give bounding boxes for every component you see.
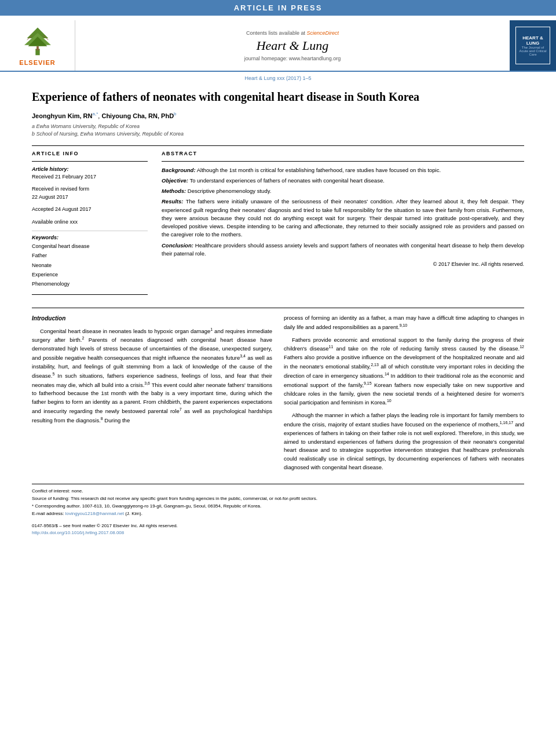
svg-rect-1	[36, 46, 39, 50]
conclusion-label: Conclusion:	[162, 242, 193, 249]
homepage-url[interactable]: www.heartandlung.org	[289, 56, 341, 61]
affiliation-a: a Ewha Womans University, Republic of Ko…	[32, 123, 524, 131]
author-2: Chiyoung Cha, RN, PhD	[101, 112, 174, 119]
citation-line: Heart & Lung xxx (2017) 1–5	[0, 72, 556, 83]
journal-header: ELSEVIER Contents lists available at Sci…	[0, 16, 556, 72]
sciencedirect-link[interactable]: ScienceDirect	[307, 30, 339, 36]
article-in-press-banner: ARTICLE IN PRESS	[0, 0, 556, 16]
cover-title: HEART & LUNG	[518, 35, 547, 46]
keyword-4: Experience	[32, 270, 148, 279]
divider-top	[32, 145, 524, 146]
footnote-conflict: Conflict of interest: none.	[32, 488, 524, 495]
results-label: Results:	[162, 198, 183, 204]
journal-cover-image: HEART & LUNG The Journal of Acute and Cr…	[510, 20, 556, 71]
intro-para-4: Although the manner in which a father pl…	[284, 411, 524, 472]
body-col-right: process of forming an identity as a fath…	[284, 314, 524, 476]
methods-label: Methods:	[162, 188, 186, 194]
accepted-date: Accepted 24 August 2017	[32, 206, 148, 214]
body-section: Introduction Congenital heart disease in…	[32, 314, 524, 476]
abstract-column: ABSTRACT Background: Although the 1st mo…	[162, 151, 524, 300]
main-content: Experience of fathers of neonates with c…	[0, 83, 556, 543]
background-label: Background:	[162, 167, 196, 173]
elsevier-tree-icon	[14, 25, 61, 57]
author-1: Jeonghyun Kim, RN	[32, 112, 93, 119]
intro-para-3: Fathers provide economic and emotional s…	[284, 336, 524, 408]
affiliations: a Ewha Womans University, Republic of Ko…	[32, 123, 524, 138]
info-divider-mid	[32, 231, 148, 231]
journal-title: Heart & Lung	[257, 38, 329, 53]
received-date: Received 21 February 2017	[32, 173, 148, 181]
background-text: Although the 1st month is critical for e…	[197, 167, 441, 173]
journal-center: Contents lists available at ScienceDirec…	[75, 20, 510, 71]
article-info-heading: ARTICLE INFO	[32, 151, 148, 156]
body-col-left: Introduction Congenital heart disease in…	[32, 314, 272, 476]
footnote-doi[interactable]: http://dx.doi.org/10.1016/j.hrtlng.2017.…	[32, 529, 524, 537]
sciencedirect-label: Contents lists available at ScienceDirec…	[246, 30, 339, 36]
article-info-abstract-section: ARTICLE INFO Article history: Received 2…	[32, 151, 524, 300]
abstract-divider-top	[162, 161, 524, 162]
copyright-line: © 2017 Elsevier Inc. All rights reserved…	[162, 261, 524, 267]
methods-text: Descriptive phenomenology study.	[188, 188, 272, 194]
introduction-heading: Introduction	[32, 314, 272, 323]
authors-line: Jeonghyun Kim, RNa,*, Chiyoung Cha, RN, …	[32, 111, 524, 119]
footnote-funding: Source of funding: This research did not…	[32, 495, 524, 503]
footnote-email: E-mail address: lovingyou1218@hanmail.ne…	[32, 510, 524, 518]
elsevier-brand-text: ELSEVIER	[19, 59, 55, 66]
keywords-list: Congenital heart disease Father Neonate …	[32, 242, 148, 288]
info-divider-top	[32, 161, 148, 162]
intro-para-1: Congenital heart disease in neonates lea…	[32, 327, 272, 425]
cover-subtitle: The Journal of Acute and Critical Care	[518, 46, 547, 56]
objective-label: Objective:	[162, 177, 188, 184]
elsevier-logo: ELSEVIER	[0, 20, 75, 71]
intro-para-2: process of forming an identity as a fath…	[284, 314, 524, 332]
history-label: Article history:	[32, 166, 148, 172]
keyword-2: Father	[32, 251, 148, 260]
abstract-text: Background: Although the 1st month is cr…	[162, 166, 524, 258]
keyword-5: Phenomenology	[32, 279, 148, 288]
article-title: Experience of fathers of neonates with c…	[32, 89, 524, 104]
abstract-heading: ABSTRACT	[162, 151, 524, 156]
footnote-issn: 0147-9563/$ – see front matter © 2017 El…	[32, 523, 524, 530]
keyword-1: Congenital heart disease	[32, 242, 148, 251]
footnote-corresponding: * Corresponding author. 1007-613, 10, Gw…	[32, 503, 524, 510]
conclusion-text: Healthcare providers should assess anxie…	[162, 242, 524, 257]
footnote-email-address[interactable]: lovingyou1218@hanmail.net	[65, 511, 124, 516]
footnotes-section: Conflict of interest: none. Source of fu…	[32, 484, 524, 537]
journal-homepage: journal homepage: www.heartandlung.org	[244, 56, 341, 61]
available-online: Available online xxx	[32, 218, 148, 227]
results-text: The fathers were initially unaware of th…	[162, 198, 524, 238]
body-divider	[32, 308, 524, 308]
affiliation-b: b School of Nursing, Ewha Womans Univers…	[32, 130, 524, 138]
keyword-3: Neonate	[32, 261, 148, 270]
objective-text: To understand experiences of fathers of …	[189, 177, 384, 184]
info-divider-bottom	[32, 294, 148, 295]
received-revised: Received in revised form22 August 2017	[32, 185, 148, 201]
article-info-column: ARTICLE INFO Article history: Received 2…	[32, 151, 148, 300]
keywords-label: Keywords:	[32, 235, 148, 240]
